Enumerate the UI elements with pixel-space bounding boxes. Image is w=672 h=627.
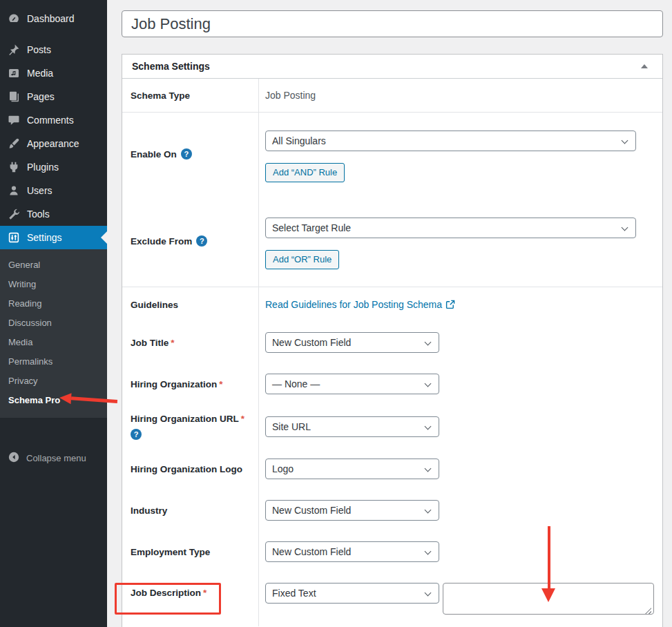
sidebar-item-users[interactable]: Users <box>0 179 107 202</box>
chevron-down-icon <box>425 380 432 387</box>
select-value: New Custom Field <box>272 546 351 557</box>
sidebar-item-posts[interactable]: Posts <box>0 38 107 61</box>
enable-on-label: Enable On <box>131 148 192 160</box>
row-hiring-organization: Hiring Organization* — None — <box>122 363 662 405</box>
add-or-rule-button[interactable]: Add “OR” Rule <box>265 250 339 269</box>
sidebar-item-appearance[interactable]: Appearance <box>0 132 107 155</box>
user-icon <box>7 184 21 197</box>
active-menu-notch <box>101 231 107 244</box>
chevron-down-icon <box>425 548 432 555</box>
schema-title-input[interactable] <box>122 10 663 37</box>
industry-select[interactable]: New Custom Field <box>265 500 439 521</box>
row-targeting: Enable On Exclude From All Singulars Add… <box>122 113 662 287</box>
sidebar-item-comments[interactable]: Comments <box>0 108 107 132</box>
help-icon[interactable] <box>131 429 142 440</box>
guidelines-link[interactable]: Read Guidelines for Job Posting Schema <box>265 299 455 310</box>
select-value: Select Target Rule <box>272 222 351 233</box>
sidebar-item-label: Plugins <box>27 162 59 173</box>
select-value: New Custom Field <box>272 505 351 516</box>
hiring-organization-url-select[interactable]: Site URL <box>265 416 439 437</box>
field-label: Guidelines <box>131 300 178 310</box>
chevron-down-icon <box>425 423 432 430</box>
help-icon[interactable] <box>196 235 207 247</box>
submenu-item-privacy[interactable]: Privacy <box>0 371 107 390</box>
field-label: Employment Type <box>131 547 212 557</box>
employment-type-select[interactable]: New Custom Field <box>265 541 439 562</box>
row-employment-type: Employment Type New Custom Field <box>122 531 662 572</box>
sidebar-item-dashboard[interactable]: Dashboard <box>0 7 107 30</box>
enable-on-select[interactable]: All Singulars <box>265 131 636 151</box>
wrench-icon <box>7 207 21 221</box>
sidebar-item-tools[interactable]: Tools <box>0 202 107 226</box>
collapse-arrow-icon <box>8 451 20 465</box>
field-label: Hiring Organization Logo <box>131 464 244 474</box>
sidebar-item-label: Settings <box>27 232 62 243</box>
select-value: Fixed Text <box>272 588 316 599</box>
field-label: Hiring Organization URL* <box>131 414 244 424</box>
submenu-item-reading[interactable]: Reading <box>0 293 107 313</box>
collapse-menu-button[interactable]: Collapse menu <box>0 448 107 467</box>
job-description-select[interactable]: Fixed Text <box>265 583 439 604</box>
add-and-rule-button[interactable]: Add “AND” Rule <box>265 163 345 182</box>
brush-icon <box>7 137 21 151</box>
main-content: Schema Settings Schema Type Job Posting … <box>107 0 672 627</box>
row-hiring-organization-url: Hiring Organization URL* Site URL <box>122 405 662 448</box>
submenu-item-permalinks[interactable]: Permalinks <box>0 351 107 371</box>
sidebar-item-label: Dashboard <box>27 13 75 24</box>
comment-icon <box>7 113 21 127</box>
annotation-box-job-description <box>115 583 221 615</box>
submenu-item-general[interactable]: General <box>0 255 107 274</box>
sidebar-item-media[interactable]: Media <box>0 61 107 85</box>
pages-icon <box>7 90 21 104</box>
chevron-down-icon <box>425 590 432 597</box>
hiring-organization-logo-select[interactable]: Logo <box>265 459 439 479</box>
select-value: — None — <box>272 378 320 389</box>
collapse-triangle-icon <box>641 64 648 68</box>
chevron-down-icon <box>622 137 628 144</box>
sidebar-item-label: Appearance <box>27 138 79 149</box>
hiring-organization-select[interactable]: — None — <box>265 374 439 394</box>
panel-collapse-toggle[interactable] <box>636 58 653 75</box>
sidebar-item-settings[interactable]: Settings <box>0 226 107 249</box>
sidebar-item-pages[interactable]: Pages <box>0 85 107 108</box>
sidebar-item-plugins[interactable]: Plugins <box>0 155 107 179</box>
submenu-item-writing[interactable]: Writing <box>0 274 107 293</box>
row-schema-type: Schema Type Job Posting <box>122 79 662 113</box>
sidebar-item-label: Comments <box>27 115 74 126</box>
field-label: Hiring Organization* <box>131 379 223 389</box>
menu-separator <box>0 30 107 38</box>
chevron-down-icon <box>425 465 432 472</box>
row-hiring-organization-logo: Hiring Organization Logo Logo <box>122 448 662 490</box>
row-job-title: Job Title* New Custom Field <box>122 322 662 363</box>
exclude-from-label: Exclude From <box>131 235 207 247</box>
select-value: Site URL <box>272 421 311 432</box>
sidebar-item-label: Users <box>27 185 52 196</box>
sidebar-item-label: Tools <box>27 209 50 220</box>
pushpin-icon <box>7 43 21 57</box>
annotation-arrow-down <box>541 526 556 602</box>
chevron-down-icon <box>622 224 628 231</box>
sidebar-item-label: Pages <box>27 91 55 102</box>
field-label: Job Title* <box>131 338 175 348</box>
select-value: All Singulars <box>272 135 326 146</box>
sliders-icon <box>7 231 21 244</box>
plugin-icon <box>7 160 21 174</box>
external-link-icon <box>445 300 455 309</box>
submenu-item-media[interactable]: Media <box>0 332 107 351</box>
schema-type-value: Job Posting <box>265 90 316 101</box>
collapse-menu-label: Collapse menu <box>26 453 86 463</box>
select-value: Logo <box>272 463 294 474</box>
field-label: Schema Type <box>131 90 190 101</box>
chevron-down-icon <box>425 339 432 346</box>
help-icon[interactable] <box>181 148 192 160</box>
schema-settings-panel: Schema Settings Schema Type Job Posting … <box>122 54 663 627</box>
panel-header: Schema Settings <box>122 55 662 79</box>
submenu-item-discussion[interactable]: Discussion <box>0 313 107 332</box>
exclude-from-select[interactable]: Select Target Rule <box>265 218 636 238</box>
job-title-select[interactable]: New Custom Field <box>265 332 439 353</box>
dashboard-icon <box>7 12 21 26</box>
admin-sidebar: Dashboard Posts Media Pages Comments <box>0 0 107 627</box>
field-label: Industry <box>131 505 169 516</box>
media-icon <box>7 66 21 80</box>
chevron-down-icon <box>425 507 432 514</box>
